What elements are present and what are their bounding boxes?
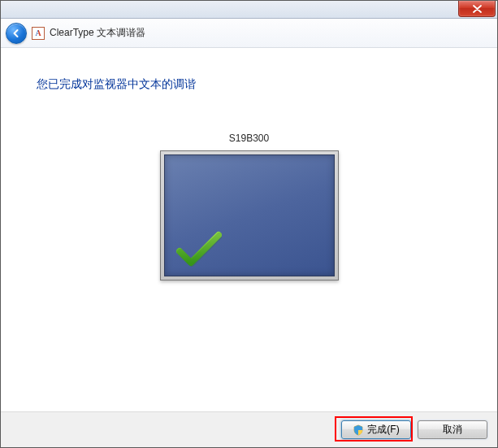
content-area: 您已完成对监视器中文本的调谐 S19B300 [1,48,497,411]
header-bar: A ClearType 文本调谐器 [1,19,497,48]
close-icon [473,5,482,13]
page-heading: 您已完成对监视器中文本的调谐 [37,77,461,92]
finish-button[interactable]: 完成(F) [341,420,411,439]
checkmark-icon [176,230,222,267]
titlebar [1,1,497,19]
shield-icon [353,424,364,436]
cancel-button-label: 取消 [443,423,462,437]
arrow-left-icon [11,28,22,39]
close-button[interactable] [458,1,496,17]
app-icon: A [32,27,45,40]
dialog-window: A ClearType 文本调谐器 您已完成对监视器中文本的调谐 S19B300 [0,0,498,448]
monitor-screen [164,154,335,276]
monitor-preview-wrap: S19B300 [37,133,461,281]
monitor-frame [160,150,339,281]
footer-bar: 完成(F) 取消 [1,411,497,447]
header-title: ClearType 文本调谐器 [50,26,145,40]
cancel-button[interactable]: 取消 [418,420,487,439]
monitor-label: S19B300 [37,133,461,144]
back-button[interactable] [6,23,27,44]
finish-button-label: 完成(F) [367,423,399,437]
